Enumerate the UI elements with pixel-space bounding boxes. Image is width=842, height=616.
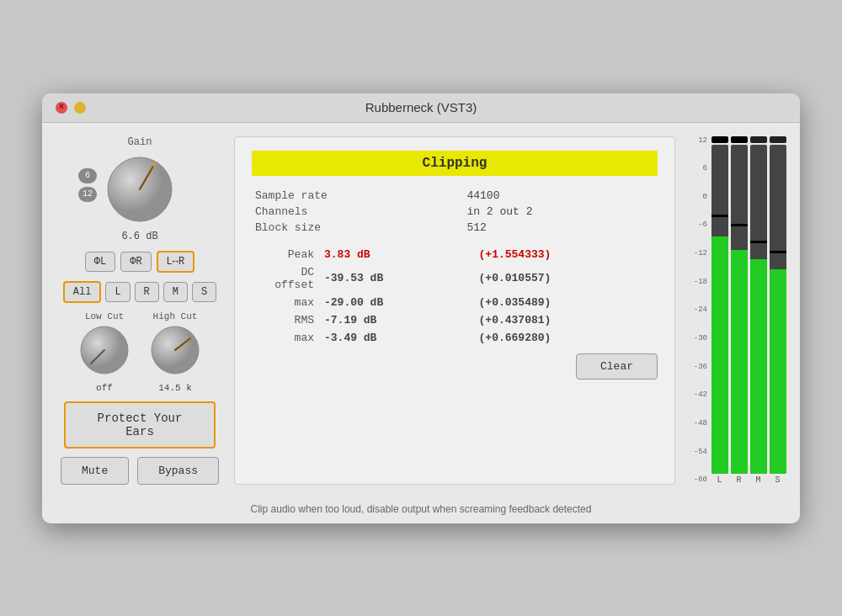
dc-offset-row: DC offset -39.53 dB (+0.010557) (252, 263, 658, 294)
high-cut-label: High Cut (153, 311, 198, 321)
vu-fill-r (731, 250, 748, 474)
vu-channel-l: L (711, 136, 728, 485)
channel-s-button[interactable]: S (192, 282, 216, 302)
peak-row: Peak 3.83 dB (+1.554333) (252, 246, 658, 263)
vu-label-s: S (775, 475, 780, 485)
vu-clip-r (731, 136, 748, 143)
phi-l-button[interactable]: ΦL (85, 252, 115, 272)
vu-clip-m (750, 136, 767, 143)
peak-linear: (+1.554333) (474, 246, 658, 263)
dc-offset-label: DC offset (252, 263, 319, 294)
titlebar: × Rubberneck (VST3) (42, 93, 800, 123)
window-controls: × (56, 102, 86, 114)
high-cut-knob-svg (148, 323, 202, 377)
vu-label-l: L (717, 475, 722, 485)
sample-rate-value: 44100 (463, 188, 658, 204)
clear-button[interactable]: Clear (576, 353, 658, 380)
clear-btn-row: Clear (252, 353, 658, 380)
vu-peak-l (711, 215, 728, 217)
dc-max-linear: (+0.035489) (474, 294, 658, 311)
vu-clip-l (711, 136, 728, 143)
channel-r-button[interactable]: R (135, 282, 159, 302)
vu-meters: LRMS (711, 136, 786, 485)
channels-row: Channels in 2 out 2 (252, 204, 658, 220)
rms-max-linear: (+0.669280) (474, 329, 658, 347)
window-title: Rubberneck (VST3) (365, 100, 477, 114)
vu-peak-m (750, 241, 767, 243)
status-bar: Clip audio when too loud, disable output… (42, 498, 800, 523)
rms-label: RMS (252, 311, 319, 329)
rms-linear: (+0.437081) (474, 311, 658, 329)
gain-value: 6.6 dB (121, 231, 157, 242)
rms-max-label: max (252, 329, 319, 347)
block-size-row: Block size 512 (252, 220, 658, 236)
vu-channel-m: M (749, 136, 767, 485)
vu-label-m: M (755, 475, 760, 485)
channels-label: Channels (252, 204, 463, 220)
channel-buttons: All L R M S (63, 281, 216, 303)
block-size-value: 512 (463, 220, 658, 236)
rms-row: RMS -7.19 dB (+0.437081) (252, 311, 658, 329)
low-cut-knob-svg (77, 323, 131, 377)
clipping-banner: Clipping (252, 151, 658, 176)
filters-section: Low Cut (77, 311, 202, 393)
dc-offset-db: -39.53 dB (319, 263, 474, 294)
gain-label: Gain (128, 136, 152, 148)
gain-section: Gain 6 12 (102, 136, 178, 242)
vu-channel-s: S (769, 136, 786, 485)
bypass-button[interactable]: Bypass (137, 457, 219, 485)
minimize-button[interactable] (74, 102, 86, 114)
peak-label: Peak (252, 246, 319, 263)
swap-button[interactable]: L↔R (157, 251, 195, 273)
vu-clip-s (770, 136, 786, 143)
gain-badge-6: 6 (78, 168, 97, 183)
high-cut-group: High Cut (148, 311, 202, 393)
block-size-label: Block size (252, 220, 463, 236)
vu-peak-s (770, 251, 786, 253)
low-cut-group: Low Cut (77, 311, 131, 393)
vu-label-r: R (736, 475, 741, 485)
close-button[interactable]: × (56, 102, 67, 114)
phi-r-button[interactable]: ΦR (120, 252, 151, 272)
rms-db: -7.19 dB (319, 311, 474, 329)
dc-offset-linear: (+0.010557) (474, 263, 658, 294)
low-cut-value: off (96, 383, 113, 393)
vu-meter-panel: 12 6 0 -6 -12 -18 -24 -30 -36 -42 -48 -5… (685, 136, 786, 485)
high-cut-knob[interactable] (148, 323, 202, 381)
left-panel: Gain 6 12 (56, 136, 224, 485)
phase-buttons-row: ΦL ΦR L↔R (85, 251, 195, 273)
vu-bar-m (750, 145, 767, 474)
action-buttons: Mute Bypass (61, 457, 219, 485)
gain-knob-svg (102, 151, 178, 227)
dc-max-label: max (252, 294, 319, 311)
high-cut-value: 14.5 k (158, 383, 192, 393)
vu-fill-s (770, 269, 786, 473)
vu-bar-s (770, 145, 786, 474)
channel-l-button[interactable]: L (105, 282, 130, 302)
stats-table: Peak 3.83 dB (+1.554333) DC offset -39.5… (252, 246, 658, 347)
dc-max-row: max -29.00 dB (+0.035489) (252, 294, 658, 311)
gain-knob[interactable] (102, 151, 178, 227)
rms-max-row: max -3.49 dB (+0.669280) (252, 329, 658, 347)
vu-fill-l (711, 236, 728, 474)
vu-peak-r (731, 224, 748, 226)
main-window: × Rubberneck (VST3) Gain 6 12 (42, 93, 800, 523)
vu-bar-l (711, 145, 728, 474)
channels-value: in 2 out 2 (463, 204, 658, 220)
vu-bar-r (731, 145, 748, 474)
gain-badge-12: 12 (78, 187, 97, 202)
info-box: Clipping Sample rate 44100 Channels in 2… (234, 136, 675, 485)
mute-button[interactable]: Mute (61, 457, 129, 485)
center-panel: Clipping Sample rate 44100 Channels in 2… (234, 136, 675, 485)
channel-m-button[interactable]: M (163, 282, 188, 302)
channel-all-button[interactable]: All (63, 281, 102, 303)
low-cut-knob[interactable] (77, 323, 131, 381)
protect-ears-button[interactable]: Protect Your Ears (64, 401, 216, 449)
gain-badges: 6 12 (78, 168, 97, 202)
vu-fill-m (750, 259, 767, 473)
vu-channel-r: R (730, 136, 748, 485)
system-info-table: Sample rate 44100 Channels in 2 out 2 Bl… (252, 188, 658, 236)
dc-max-db: -29.00 dB (319, 294, 474, 311)
main-content: Gain 6 12 (42, 123, 800, 498)
vu-scale: 12 6 0 -6 -12 -18 -24 -30 -36 -42 -48 -5… (685, 136, 709, 485)
